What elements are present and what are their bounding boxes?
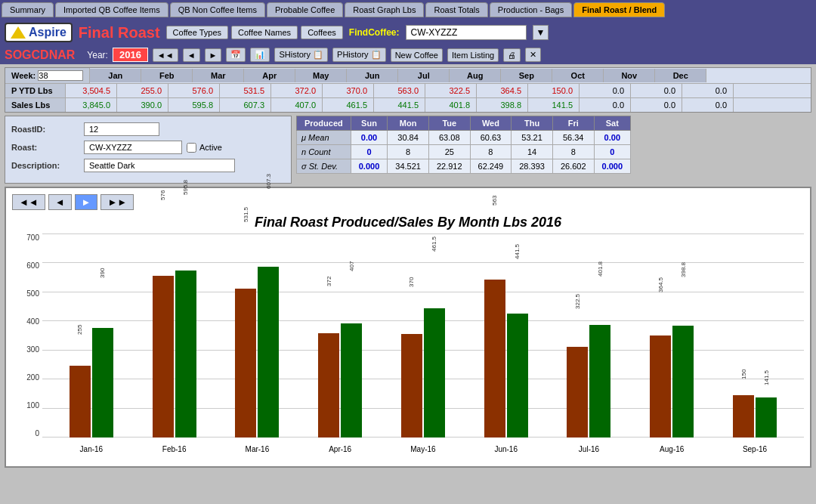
header-row2: SOGCDNAR Year: 2016 ◄◄ ◄ ► 📅 📊 SHistory …: [0, 45, 816, 64]
desc-label: Description:: [11, 161, 79, 170]
pytd-cell-9: 150.0: [528, 84, 580, 97]
produced-section: ProducedSunMonTueWedThuFriSat μ Mean0.00…: [296, 116, 811, 184]
produced-header-1: Sun: [351, 116, 388, 131]
produced-row-0: μ Mean0.0030.8463.0860.6353.2156.340.00: [297, 131, 631, 145]
tab-summary[interactable]: Summary: [2, 2, 54, 17]
chart-last-button[interactable]: ►►: [100, 194, 134, 210]
y-label-400: 400: [26, 317, 39, 326]
year-value: 2016: [113, 48, 148, 62]
chart-prev-button[interactable]: ◄: [48, 194, 72, 210]
nav-buttons: Coffee Types Coffee Names Coffees: [166, 26, 343, 39]
sales-cell-11: 0.0: [631, 98, 682, 112]
phistory-button[interactable]: PHistory 📋: [332, 48, 386, 62]
produced-cell-2-1: 34.521: [388, 159, 429, 174]
sales-cell-8: 398.8: [477, 98, 528, 112]
active-label: Active: [199, 143, 222, 152]
x-label-6: Jul-16: [566, 445, 611, 453]
col-header-aug: Aug: [450, 69, 501, 82]
print-button[interactable]: 🖨: [503, 48, 521, 62]
sales-cell-0: 3,845.0: [66, 98, 117, 112]
tab-production-bags[interactable]: Production - Bags: [490, 2, 572, 17]
data-section: Week: JanFebMarAprMayJunJulAugSepOctNovD…: [5, 67, 811, 113]
tab-qb-non[interactable]: QB Non Coffee Items: [170, 2, 265, 17]
x-label-8: Sep-16: [732, 445, 777, 453]
pytd-label: P YTD Lbs: [5, 84, 66, 97]
item-listing-button[interactable]: Item Listing: [447, 48, 499, 62]
col-header-oct: Oct: [552, 69, 604, 82]
bars-row: 255 390 576 595.8 531.5 607.3 372 407 37…: [42, 233, 804, 438]
sales-cell-9: 141.5: [528, 98, 580, 112]
produced-header-3: Tue: [428, 116, 470, 131]
coffee-types-button[interactable]: Coffee Types: [166, 26, 228, 39]
pytd-row: P YTD Lbs 3,504.5255.0576.0531.5372.0370…: [5, 84, 811, 98]
x-label-1: Feb-16: [152, 445, 197, 453]
bar-group-5: 563 441.5: [484, 122, 528, 438]
pytd-cell-2: 576.0: [168, 84, 220, 97]
tab-roast-totals[interactable]: Roast Totals: [425, 2, 487, 17]
week-input[interactable]: [38, 70, 83, 81]
tab-roast-graph[interactable]: Roast Graph Lbs: [345, 2, 424, 17]
close-button[interactable]: ✕: [525, 48, 541, 62]
nav-prev-prev-button[interactable]: ◄◄: [153, 48, 178, 62]
bar-green-7: 398.8: [672, 214, 694, 438]
find-coffee-dropdown[interactable]: ▼: [533, 25, 549, 40]
x-label-4: May-16: [400, 445, 446, 453]
find-coffee-input[interactable]: [406, 25, 527, 40]
chart-next-button[interactable]: ►: [75, 194, 98, 210]
tab-imported-qb[interactable]: Imported QB Coffee Items: [55, 2, 168, 17]
y-label-500: 500: [26, 289, 39, 298]
x-labels: Jan-16Feb-16Mar-16Apr-16May-16Jun-16Jul-…: [42, 438, 804, 460]
logo-triangle-icon: [11, 26, 26, 39]
chart-container: 7006005004003002001000 255 390 576 595.8…: [12, 233, 804, 460]
produced-cell-1-5: 8: [552, 145, 594, 159]
produced-cell-2-5: 26.602: [552, 159, 594, 174]
pytd-cell-6: 563.0: [374, 84, 425, 97]
produced-table: ProducedSunMonTueWedThuFriSat μ Mean0.00…: [296, 116, 631, 174]
chart-button[interactable]: 📊: [250, 48, 270, 62]
produced-cell-0-1: 30.84: [388, 131, 429, 145]
produced-cell-1-1: 8: [388, 145, 429, 159]
sales-row: Sales Lbs 3,845.0390.0595.8607.3407.0461…: [5, 98, 811, 112]
year-label: Year:: [87, 50, 108, 60]
calendar-button[interactable]: 📅: [226, 48, 246, 62]
middle-section: RoastID: Roast: Active Description: Prod…: [5, 116, 811, 184]
bar-group-6: 322.5 401.8: [567, 212, 610, 438]
bar-green-6: 401.8: [589, 212, 610, 438]
new-coffee-button[interactable]: New Coffee: [391, 48, 443, 62]
bar-brown-5: 563: [484, 122, 505, 438]
roast-id-label: RoastID:: [11, 125, 79, 134]
coffees-button[interactable]: Coffees: [301, 26, 343, 39]
week-label: Week:: [11, 71, 36, 80]
tab-probable[interactable]: Probable Coffee: [267, 2, 343, 17]
bar-green-3: 407: [341, 209, 362, 438]
column-header-row: Week: JanFebMarAprMayJunJulAugSepOctNovD…: [5, 68, 811, 84]
col-header-mar: Mar: [193, 69, 244, 82]
produced-cell-2-2: 22.912: [428, 159, 470, 174]
pytd-cell-0: 3,504.5: [66, 84, 117, 97]
pytd-cell-5: 370.0: [323, 84, 374, 97]
nav-next-button[interactable]: ►: [205, 48, 222, 62]
roast-name-label: Roast:: [11, 143, 79, 152]
pytd-cell-1: 255.0: [117, 84, 168, 97]
bar-group-1: 576 595.8: [153, 104, 196, 438]
bar-group-8: 150 141.5: [733, 353, 777, 438]
produced-cell-0-0: 0.00: [351, 131, 388, 145]
produced-cell-1-0: 0: [351, 145, 388, 159]
tab-final-roast[interactable]: Final Roast / Blend: [573, 2, 665, 17]
chart-section: ◄◄ ◄ ► ►► Final Roast Produced/Sales By …: [5, 187, 811, 468]
y-label-100: 100: [26, 401, 39, 410]
coffee-names-button[interactable]: Coffee Names: [231, 26, 298, 39]
shistory-button[interactable]: SHistory 📋: [274, 48, 328, 62]
sales-cell-5: 461.5: [323, 98, 374, 112]
col-header-sep: Sep: [501, 69, 552, 82]
logo-text: Aspire: [29, 26, 66, 39]
nav-prev-button[interactable]: ◄: [183, 48, 200, 62]
bar-brown-7: 364.5: [650, 233, 671, 438]
roast-id-input[interactable]: [84, 122, 159, 136]
x-label-7: Aug-16: [649, 445, 694, 453]
pytd-cell-8: 364.5: [477, 84, 528, 97]
col-header-jun: Jun: [347, 69, 398, 82]
header-area: Aspire Final Roast Coffee Types Coffee N…: [0, 20, 816, 45]
chart-first-button[interactable]: ◄◄: [12, 194, 45, 210]
page-title: Final Roast: [79, 24, 160, 42]
